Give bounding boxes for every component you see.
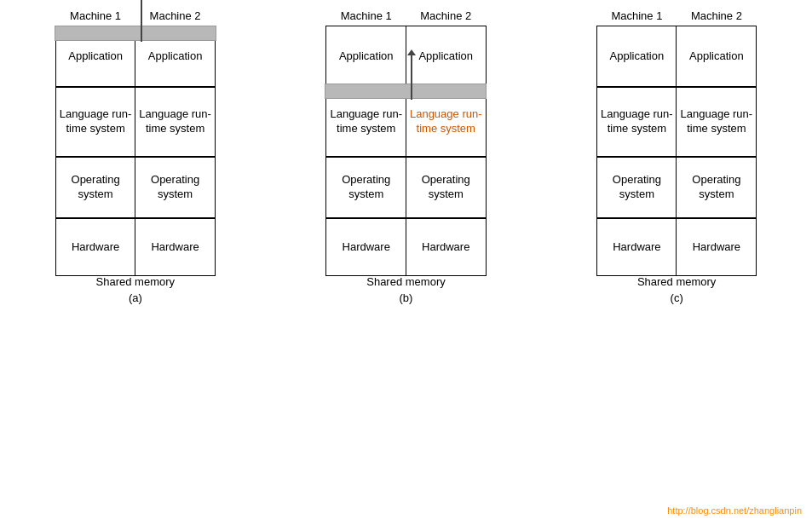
lang-cell-m1-c: Language run-time system bbox=[596, 87, 677, 157]
os-cell-m1-c: Operating system bbox=[596, 157, 677, 218]
diagram-a: Machine 1 Application Language run-time … bbox=[55, 7, 216, 304]
diagrams-container: Machine 1 Application Language run-time … bbox=[0, 0, 812, 304]
hw-cell-m1-a: Hardware bbox=[55, 218, 136, 276]
machines-pair-a: Machine 1 Application Language run-time … bbox=[55, 7, 216, 276]
machine-2-col-a: Machine 2 Application Language run-time … bbox=[135, 7, 216, 276]
lang-cell-m2-a: Language run-time system bbox=[135, 87, 216, 157]
app-cell-m2-b: Application bbox=[406, 26, 487, 87]
hw-cell-m2-c: Hardware bbox=[676, 218, 757, 276]
app-cell-m2-c: Application bbox=[676, 26, 757, 87]
lang-cell-m2-c: Language run-time system bbox=[676, 87, 757, 157]
app-cell-m2-a: Application bbox=[135, 26, 216, 87]
machine1-label-c: Machine 1 bbox=[596, 7, 677, 26]
os-cell-m2-b: Operating system bbox=[406, 157, 487, 218]
arrow-a bbox=[137, 0, 146, 42]
app-cell-m1-b: Application bbox=[325, 26, 406, 87]
shared-label-c: Shared memory bbox=[637, 275, 716, 288]
app-cell-m1-c: Application bbox=[596, 26, 677, 87]
shared-label-a: Shared memory bbox=[96, 275, 175, 288]
hw-cell-m2-b: Hardware bbox=[406, 218, 487, 276]
app-cell-m1-a: Application bbox=[55, 26, 136, 87]
machine-1-col-b: Machine 1 Application Language run-time … bbox=[325, 7, 406, 276]
machines-pair-b: Machine 1 Application Language run-time … bbox=[325, 7, 487, 276]
lang-cell-m1-a: Language run-time system bbox=[55, 87, 136, 157]
letter-c: (c) bbox=[671, 291, 683, 304]
machine2-label-b: Machine 2 bbox=[406, 7, 487, 26]
lang-cell-m1-b: Language run-time system bbox=[325, 87, 406, 157]
machine-2-col-c: Machine 2 Application Language run-time … bbox=[676, 7, 757, 276]
os-cell-m1-a: Operating system bbox=[55, 157, 136, 218]
machine1-label-b: Machine 1 bbox=[325, 7, 406, 26]
footer-url: http://blog.csdn.net/zhanglianpin bbox=[667, 505, 802, 516]
hw-cell-m1-c: Hardware bbox=[596, 218, 677, 276]
lang-cell-m2-b: Language run-time system bbox=[406, 87, 487, 157]
letter-b: (b) bbox=[400, 291, 413, 304]
machine-1-col-c: Machine 1 Application Language run-time … bbox=[596, 7, 677, 276]
hw-cell-m1-b: Hardware bbox=[325, 218, 406, 276]
hw-cell-m2-a: Hardware bbox=[135, 218, 216, 276]
os-cell-m2-c: Operating system bbox=[676, 157, 757, 218]
machines-pair-c: Machine 1 Application Language run-time … bbox=[596, 7, 757, 276]
diagram-c: Machine 1 Application Language run-time … bbox=[596, 7, 757, 304]
machine-2-col-b: Machine 2 Application Language run-time … bbox=[406, 7, 487, 276]
machine-1-col-a: Machine 1 Application Language run-time … bbox=[55, 7, 136, 276]
os-cell-m1-b: Operating system bbox=[325, 157, 406, 218]
diagram-b: Machine 1 Application Language run-time … bbox=[325, 7, 487, 304]
shared-label-b: Shared memory bbox=[366, 275, 445, 288]
os-cell-m2-a: Operating system bbox=[135, 157, 216, 218]
machine1-label-a: Machine 1 bbox=[55, 7, 136, 26]
machine2-label-c: Machine 2 bbox=[676, 7, 757, 26]
machine2-label-a: Machine 2 bbox=[135, 7, 216, 26]
arrow-b bbox=[407, 49, 416, 100]
letter-a: (a) bbox=[129, 291, 142, 304]
